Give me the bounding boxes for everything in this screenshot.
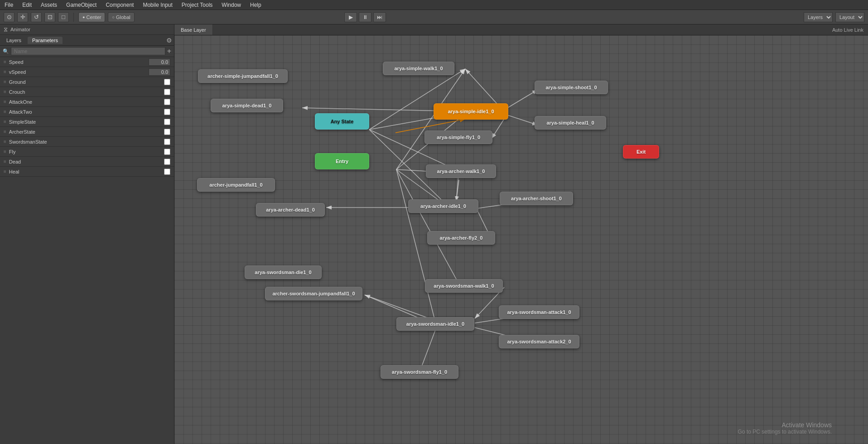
arya-swordsman-walk-node[interactable]: arya-swordsman-walk1_0 — [425, 279, 503, 293]
drag-handle: ≡ — [4, 149, 6, 154]
menu-project-tools[interactable]: Project Tools — [180, 1, 214, 9]
heal-checkbox[interactable] — [164, 169, 170, 175]
param-name: Crouch — [9, 89, 164, 95]
main-layout: ⧖ Animator Layers Parameters ⚙ 🔍 + ≡ Spe… — [0, 24, 868, 444]
param-vspeed[interactable]: ≡ vSpeed — [0, 67, 174, 77]
menu-file[interactable]: File — [3, 1, 15, 9]
param-crouch[interactable]: ≡ Crouch — [0, 87, 174, 97]
archer-simple-jumpandfall-node[interactable]: archer-simple-jumpandfall1_0 — [198, 69, 288, 83]
arya-swordsman-attack2-node[interactable]: arya-swordsman-attack2_0 — [499, 335, 579, 348]
arya-simple-walk-node[interactable]: arya-simple-walk1_0 — [383, 62, 454, 75]
tool-rect[interactable]: □ — [58, 12, 69, 22]
drag-handle: ≡ — [4, 169, 6, 174]
simplestate-checkbox[interactable] — [164, 119, 170, 125]
panel-tabs: Layers Parameters ⚙ — [0, 35, 174, 46]
any-state-node[interactable]: Any State — [315, 113, 369, 130]
pause-button[interactable]: ⏸ — [359, 12, 371, 22]
param-name: Speed — [9, 59, 149, 65]
view-global-btn[interactable]: ○ Global — [108, 12, 134, 22]
menu-window[interactable]: Window — [220, 1, 243, 9]
tool-rotate[interactable]: ↺ — [31, 12, 42, 22]
arya-simple-fly-node[interactable]: arya-simple-fly1_0 — [424, 130, 492, 144]
layout-dropdown[interactable]: Layout — [835, 12, 864, 22]
drag-handle: ≡ — [4, 89, 6, 94]
swordsmanstate-checkbox[interactable] — [164, 139, 170, 145]
tab-layers[interactable]: Layers — [2, 37, 26, 44]
speed-value[interactable] — [149, 58, 170, 66]
arya-simple-idle-node[interactable]: arya-simple-idle1_0 — [434, 103, 508, 120]
drag-handle: ≡ — [4, 129, 6, 134]
exit-node[interactable]: Exit — [623, 145, 659, 159]
param-attackone[interactable]: ≡ AttackOne — [0, 97, 174, 107]
graph-area: Base Layer Auto Live Link — [174, 24, 868, 444]
view-center-btn[interactable]: ● Center — [78, 12, 105, 22]
archer-swordsman-jumpandfall-node[interactable]: archer-swordsman-jumpandfall1_0 — [265, 287, 362, 300]
auto-live-link[interactable]: Auto Live Link — [828, 27, 868, 33]
param-attacktwo[interactable]: ≡ AttackTwo — [0, 107, 174, 117]
arya-archer-idle-node[interactable]: arya-archer-idle1_0 — [408, 199, 478, 213]
ground-checkbox[interactable] — [164, 79, 170, 85]
param-name: ArcherState — [9, 129, 164, 135]
menu-gameobject[interactable]: GameObject — [64, 1, 98, 9]
crouch-checkbox[interactable] — [164, 89, 170, 95]
menu-component[interactable]: Component — [104, 1, 135, 9]
attacktwo-checkbox[interactable] — [164, 109, 170, 115]
drag-handle: ≡ — [4, 59, 6, 64]
arya-simple-dead-node[interactable]: arya-simple-dead1_0 — [211, 99, 283, 112]
param-heal[interactable]: ≡ Heal — [0, 167, 174, 177]
search-input[interactable] — [11, 47, 165, 55]
tool-scale[interactable]: ⊡ — [44, 12, 55, 22]
archerstate-checkbox[interactable] — [164, 129, 170, 135]
add-parameter-button[interactable]: + — [167, 48, 171, 55]
svg-line-23 — [456, 180, 459, 202]
gear-icon[interactable]: ⚙ — [166, 37, 172, 44]
dead-checkbox[interactable] — [164, 159, 170, 165]
tab-base-layer[interactable]: Base Layer — [174, 24, 213, 35]
windows-watermark: Activate Windows Go to PC settings to ac… — [738, 421, 832, 435]
tab-parameters[interactable]: Parameters — [28, 37, 63, 44]
tool-move[interactable]: ✛ — [17, 12, 28, 22]
param-fly[interactable]: ≡ Fly — [0, 147, 174, 157]
arya-archer-dead-node[interactable]: arya-archer-dead1_0 — [256, 203, 325, 217]
arya-archer-shoot-node[interactable]: arya-archer-shoot1_0 — [500, 192, 573, 205]
param-name: SwordsmanState — [9, 139, 164, 145]
global-radio-icon: ○ — [112, 15, 114, 19]
param-archerstate[interactable]: ≡ ArcherState — [0, 127, 174, 137]
graph-canvas[interactable]: Any State Entry Exit arya-simple-idle1_0… — [174, 35, 868, 444]
vspeed-value[interactable] — [149, 68, 170, 76]
fly-checkbox[interactable] — [164, 149, 170, 155]
param-name: AttackTwo — [9, 109, 164, 115]
menu-mobile-input[interactable]: Mobile Input — [141, 1, 174, 9]
attackone-checkbox[interactable] — [164, 99, 170, 105]
menu-assets[interactable]: Assets — [39, 1, 59, 9]
entry-node[interactable]: Entry — [315, 153, 369, 169]
arya-archer-walk-node[interactable]: arya-archer-walk1_0 — [426, 164, 496, 178]
menu-help[interactable]: Help — [248, 1, 263, 9]
menu-edit[interactable]: Edit — [20, 1, 34, 9]
arya-swordsman-idle-node[interactable]: arya-swordsman-idle1_0 — [396, 317, 474, 331]
activate-windows-line2: Go to PC settings to activate Windows. — [738, 429, 832, 435]
global-label: Global — [116, 14, 130, 20]
drag-handle: ≡ — [4, 79, 6, 84]
arya-swordsman-attack1-node[interactable]: arya-swordsman-attack1_0 — [499, 305, 579, 319]
arya-simple-heal-node[interactable]: arya-simple-heal1_0 — [535, 116, 606, 130]
param-name: Dead — [9, 159, 164, 164]
layers-dropdown[interactable]: Layers — [804, 12, 833, 22]
drag-handle: ≡ — [4, 69, 6, 74]
play-button[interactable]: ▶ — [344, 12, 357, 22]
connection-lines — [174, 35, 868, 444]
param-dead[interactable]: ≡ Dead — [0, 157, 174, 167]
param-swordsmanstate[interactable]: ≡ SwordsmanState — [0, 137, 174, 147]
arya-swordsman-fly-node[interactable]: arya-swordsman-fly1_0 — [381, 365, 458, 379]
arya-simple-shoot-node[interactable]: arya-simple-shoot1_0 — [535, 81, 608, 94]
left-panel: ⧖ Animator Layers Parameters ⚙ 🔍 + ≡ Spe… — [0, 24, 174, 444]
param-speed[interactable]: ≡ Speed — [0, 57, 174, 67]
step-button[interactable]: ⏭ — [373, 12, 386, 22]
archer-jumpandfall-node[interactable]: archer-jumpandfall1_0 — [197, 178, 275, 192]
param-ground[interactable]: ≡ Ground — [0, 77, 174, 87]
param-simplestate[interactable]: ≡ SimpleState — [0, 117, 174, 127]
param-name: Ground — [9, 79, 164, 85]
tool-hand[interactable]: ⊙ — [4, 12, 14, 22]
arya-swordsman-die-node[interactable]: arya-swordsman-die1_0 — [245, 265, 322, 279]
arya-archer-fly-node[interactable]: arya-archer-fly2_0 — [427, 231, 495, 245]
